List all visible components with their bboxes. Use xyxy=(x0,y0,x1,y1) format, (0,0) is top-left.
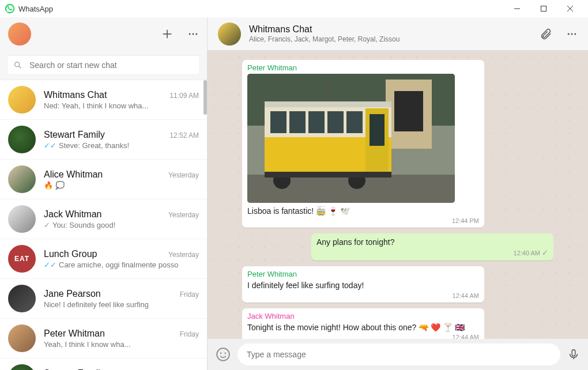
message-sender: Peter Whitman xyxy=(247,270,479,278)
message-sender: Peter Whitman xyxy=(247,63,479,72)
whatsapp-logo-icon xyxy=(5,3,15,14)
svg-rect-29 xyxy=(265,101,391,107)
attach-icon[interactable] xyxy=(540,28,552,40)
conversation-panel: Whitmans Chat Alice, Francis, Jack, Marg… xyxy=(208,17,588,370)
message-incoming[interactable]: Peter Whitman Lisboa is fantastic! 🚋 🍷 🕊… xyxy=(242,60,484,228)
chat-header: Whitmans Chat Alice, Francis, Jack, Marg… xyxy=(208,17,588,51)
chat-avatar xyxy=(8,165,36,193)
chat-list-item[interactable]: EATLunch GroupYesterday✓✓ Care amiche, o… xyxy=(0,239,207,279)
svg-point-34 xyxy=(217,348,229,361)
chat-time: Yesterday xyxy=(168,251,199,259)
chat-list: Whitmans Chat11:09 AMNed: Yeah, I think … xyxy=(0,80,207,370)
message-incoming[interactable]: Peter WhitmanI definitely feel like surf… xyxy=(242,266,484,302)
svg-point-10 xyxy=(15,62,20,67)
message-input[interactable] xyxy=(238,343,560,365)
svg-rect-26 xyxy=(346,111,363,133)
message-time: 12:40 AM✓ xyxy=(316,248,548,257)
chat-name: Peter Whitman xyxy=(44,329,105,339)
chat-preview: ✓ You: Sounds good! xyxy=(44,221,199,229)
svg-point-36 xyxy=(224,353,226,354)
close-button[interactable] xyxy=(557,0,583,17)
svg-point-9 xyxy=(195,33,197,35)
chat-name: Stewart Family xyxy=(44,368,105,371)
message-image[interactable] xyxy=(247,74,455,203)
svg-rect-24 xyxy=(308,111,325,133)
chat-title: Whitmans Chat xyxy=(249,24,399,35)
composer xyxy=(208,339,588,370)
chat-name: Jack Whitman xyxy=(44,209,101,220)
app-title: WhatsApp xyxy=(18,5,53,13)
chat-avatar xyxy=(8,285,36,312)
message-time: 12:44 AM xyxy=(247,292,479,299)
message-text: I definitely feel like surfing today! xyxy=(247,280,479,290)
search-box[interactable] xyxy=(7,55,200,75)
search-input[interactable] xyxy=(29,61,194,70)
user-avatar[interactable] xyxy=(8,22,31,46)
svg-point-14 xyxy=(574,33,576,35)
message-text: Tonight is the movie night! How about th… xyxy=(247,322,479,333)
search-container xyxy=(0,51,207,80)
chat-avatar[interactable] xyxy=(218,22,241,46)
maximize-button[interactable] xyxy=(530,0,557,17)
message-incoming[interactable]: Jack WhitmanTonight is the movie night! … xyxy=(242,308,484,339)
scrollbar-thumb[interactable] xyxy=(203,80,207,115)
chat-time: Yesterday xyxy=(168,171,199,179)
chat-name: Lunch Group xyxy=(44,249,97,259)
message-text: Lisboa is fantastic! 🚋 🍷 🕊️ xyxy=(247,206,479,216)
chat-time: 12:52 AM xyxy=(169,131,199,139)
chat-time: Yesterday xyxy=(168,211,199,219)
chat-list-item[interactable]: Alice WhitmanYesterday🔥 💭 xyxy=(0,160,207,199)
message-time: 12:44 AM xyxy=(247,334,479,339)
chat-avatar xyxy=(8,205,36,233)
chat-members: Alice, Francis, Jack, Margot, Peter, Roy… xyxy=(249,35,399,43)
menu-icon[interactable] xyxy=(187,28,199,40)
svg-rect-25 xyxy=(327,111,344,133)
chat-name: Alice Whitman xyxy=(44,169,103,180)
chat-list-item[interactable]: Jack WhitmanYesterday✓ You: Sounds good! xyxy=(0,199,207,239)
chat-avatar: EAT xyxy=(8,245,36,273)
chat-time: Friday xyxy=(180,290,199,299)
chat-preview: Ned: Yeah, I think I know wha... xyxy=(44,101,199,110)
chat-time: 11:09 AM xyxy=(169,92,199,100)
svg-rect-32 xyxy=(265,172,391,178)
svg-rect-23 xyxy=(289,111,306,133)
chat-name: Jane Pearson xyxy=(44,289,101,299)
chat-list-item[interactable]: Whitmans Chat11:09 AMNed: Yeah, I think … xyxy=(0,80,207,120)
message-text: Any plans for tonight? xyxy=(316,237,548,247)
chat-avatar xyxy=(8,364,36,370)
message-sender: Jack Whitman xyxy=(247,312,479,320)
svg-point-35 xyxy=(220,353,222,354)
chat-list-item[interactable]: Jane PearsonFridayNice! I definitely fee… xyxy=(0,279,207,319)
emoji-icon[interactable] xyxy=(216,347,231,362)
svg-point-13 xyxy=(571,33,573,35)
titlebar: WhatsApp xyxy=(0,0,588,17)
chat-list-item[interactable]: Peter WhitmanFridayYeah, I think I know … xyxy=(0,319,207,358)
new-chat-icon[interactable] xyxy=(161,28,174,40)
svg-rect-28 xyxy=(370,114,385,146)
chat-avatar xyxy=(8,324,36,352)
svg-rect-37 xyxy=(572,350,575,356)
svg-rect-22 xyxy=(270,111,287,133)
minimize-button[interactable] xyxy=(504,0,530,17)
message-time: 12:44 PM xyxy=(247,217,479,224)
message-outgoing[interactable]: Any plans for tonight?12:40 AM✓ xyxy=(311,233,553,260)
chat-name: Whitmans Chat xyxy=(44,90,107,100)
chat-preview: Yeah, I think I know wha... xyxy=(44,340,199,349)
chat-time: Friday xyxy=(180,330,199,338)
chat-list-item[interactable]: Stewart Family12:52 AM✓✓ Steve: Great, t… xyxy=(0,120,207,160)
chat-name: Stewart Family xyxy=(44,130,105,140)
svg-point-7 xyxy=(189,33,191,35)
mic-icon[interactable] xyxy=(567,348,580,361)
chat-menu-icon[interactable] xyxy=(566,28,578,40)
sidebar: Whitmans Chat11:09 AMNed: Yeah, I think … xyxy=(0,17,208,370)
chat-preview: ✓✓ Care amiche, oggi finalmente posso xyxy=(44,260,199,269)
chat-preview: Nice! I definitely feel like surfing xyxy=(44,300,199,309)
search-icon xyxy=(13,61,22,70)
svg-rect-18 xyxy=(394,91,423,131)
sidebar-header xyxy=(0,17,207,51)
chat-list-item[interactable]: Stewart FamilyFriday✓✓ Steve: Great, tha… xyxy=(0,358,207,370)
chat-preview: ✓✓ Steve: Great, thanks! xyxy=(44,141,199,150)
messages-pane: Peter Whitman Lisboa is fantastic! 🚋 🍷 🕊… xyxy=(208,51,588,339)
svg-point-12 xyxy=(568,33,570,35)
svg-line-11 xyxy=(19,66,21,68)
